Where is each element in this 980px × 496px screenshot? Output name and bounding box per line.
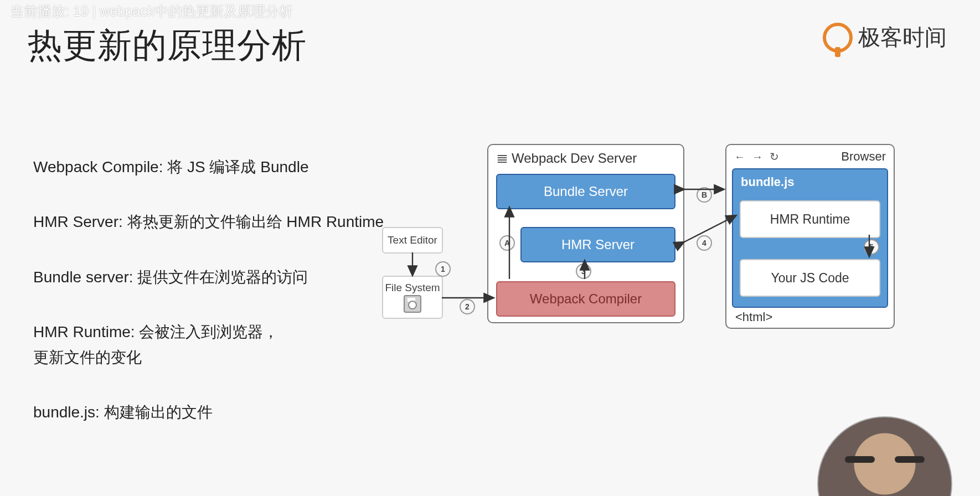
- step-2: 2: [460, 299, 475, 314]
- wds-title-text: Webpack Dev Server: [512, 151, 637, 166]
- server-icon: [497, 151, 507, 166]
- node-hmr-runtime: HMR Runtime: [740, 200, 880, 238]
- def-bundle-server: Bundle server: 提供文件在浏览器的访问: [33, 265, 388, 289]
- brand-logo: 极客时间: [823, 22, 947, 53]
- definition-list: Webpack Compile: 将 JS 编译成 Bundle HMR Ser…: [33, 155, 388, 424]
- node-your-js-code: Your JS Code: [740, 259, 880, 297]
- logo-text: 极客时间: [858, 22, 947, 53]
- slide-title: 热更新的原理分析: [28, 22, 307, 69]
- node-hmr-server: HMR Server: [520, 227, 675, 262]
- def-hmr-runtime-l2: 更新文件的变化: [33, 345, 388, 369]
- node-text-editor: Text Editor: [382, 227, 443, 254]
- file-system-label: File System: [385, 282, 440, 294]
- step-b: B: [697, 187, 712, 203]
- def-hmr-server: HMR Server: 将热更新的文件输出给 HMR Runtime: [33, 210, 388, 234]
- bundle-js-label: bundle.js: [733, 169, 887, 195]
- now-playing-label: 当前播放: 19 | webpack中的热更新及原理分析: [10, 2, 293, 20]
- step-1: 1: [435, 261, 451, 277]
- node-file-system: File System: [382, 276, 443, 319]
- step-3: 3: [576, 264, 591, 279]
- browser-toolbar: ← → ↻ Browser: [726, 145, 894, 168]
- back-icon: ←: [734, 151, 745, 163]
- presenter-camera: [817, 416, 952, 496]
- wds-title: Webpack Dev Server: [488, 145, 683, 169]
- step-a: A: [499, 235, 515, 251]
- browser-title: Browser: [841, 149, 886, 164]
- def-bundlejs: bundle.js: 构建输出的文件: [33, 400, 388, 424]
- node-bundle-js: bundle.js HMR Runtime Your JS Code: [732, 168, 888, 308]
- step-5: 5: [864, 239, 879, 255]
- logo-mark-icon: [823, 23, 853, 53]
- step-4: 4: [697, 235, 712, 251]
- html-tag-label: <html>: [735, 310, 772, 324]
- node-bundle-server: Bundle Server: [496, 174, 675, 209]
- panel-browser: ← → ↻ Browser bundle.js HMR Runtime Your…: [725, 144, 895, 329]
- forward-icon: →: [752, 151, 763, 163]
- reload-icon: ↻: [770, 150, 779, 163]
- panel-wds: Webpack Dev Server Bundle Server HMR Ser…: [487, 144, 684, 323]
- node-webpack-compiler: Webpack Compiler: [496, 281, 675, 317]
- def-hmr-runtime-l1: HMR Runtime: 会被注入到浏览器，: [33, 320, 388, 344]
- save-icon: [404, 295, 421, 313]
- hmr-diagram: Text Editor File System Webpack Dev Serv…: [404, 144, 902, 365]
- def-webpack-compile: Webpack Compile: 将 JS 编译成 Bundle: [33, 155, 388, 179]
